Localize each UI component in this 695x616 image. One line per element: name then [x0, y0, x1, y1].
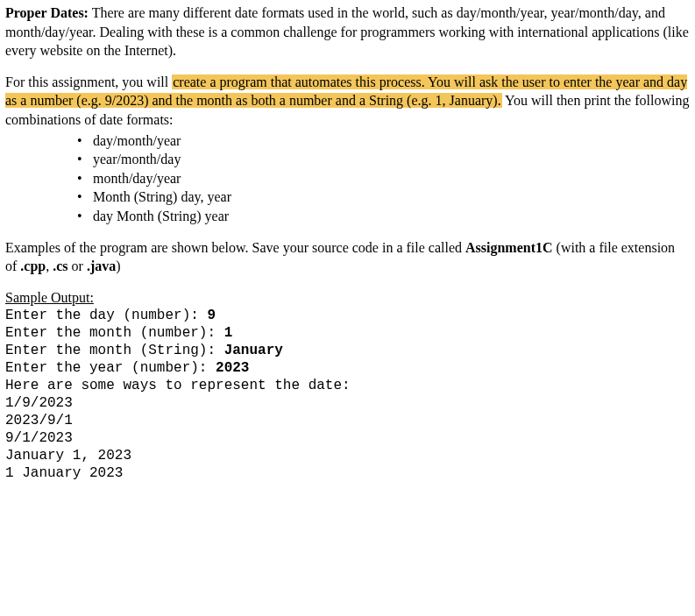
ext-cpp: .cpp: [20, 258, 46, 273]
output-line: 1/9/2023: [5, 395, 73, 411]
ext-java: .java: [87, 258, 116, 273]
list-item: Month (String) day, year: [5, 188, 690, 207]
list-item: month/day/year: [5, 169, 690, 188]
output-line: 1 January 2023: [5, 465, 123, 481]
input-year: 2023: [216, 360, 249, 376]
format-list: day/month/year year/month/day month/day/…: [5, 131, 690, 226]
output-header: Here are some ways to represent the date…: [5, 378, 351, 393]
intro-lead: Proper Dates:: [5, 5, 89, 20]
intro-body: There are many different date formats us…: [5, 5, 689, 58]
sample-output-block: Sample Output: Enter the day (number): 9…: [5, 288, 690, 483]
prompt-day: Enter the day (number):: [5, 308, 207, 323]
prompt-month-num: Enter the month (number):: [5, 325, 224, 341]
input-month-num: 1: [224, 325, 233, 341]
list-item: year/month/day: [5, 150, 690, 169]
input-day: 9: [207, 308, 216, 323]
paragraph-intro: Proper Dates: There are many different d…: [5, 4, 690, 60]
sample-output-console: Enter the day (number): 9 Enter the mont…: [5, 307, 690, 482]
output-line: January 1, 2023: [5, 448, 131, 464]
paragraph-save: Examples of the program are shown below.…: [5, 238, 690, 276]
format-text: year/month/day: [93, 152, 181, 166]
save-text: or: [68, 258, 87, 273]
format-text: day Month (String) year: [93, 209, 229, 223]
format-text: month/day/year: [93, 171, 181, 186]
save-filename: Assignment1C: [465, 240, 553, 255]
format-text: Month (String) day, year: [93, 189, 231, 204]
output-line: 2023/9/1: [5, 413, 73, 428]
assign-pre: For this assignment, you will: [5, 74, 172, 89]
save-text: ): [116, 258, 120, 273]
format-text: day/month/year: [93, 133, 181, 148]
sample-output-label: Sample Output:: [5, 288, 690, 308]
paragraph-assignment: For this assignment, you will create a p…: [5, 73, 690, 130]
list-item: day Month (String) year: [5, 207, 690, 226]
ext-cs: .cs: [53, 258, 67, 273]
list-item: day/month/year: [5, 131, 690, 151]
input-month-str: January: [224, 343, 283, 358]
prompt-month-str: Enter the month (String):: [5, 343, 224, 358]
output-line: 9/1/2023: [5, 430, 73, 446]
prompt-year: Enter the year (number):: [5, 360, 216, 376]
save-text: Examples of the program are shown below.…: [5, 240, 465, 255]
